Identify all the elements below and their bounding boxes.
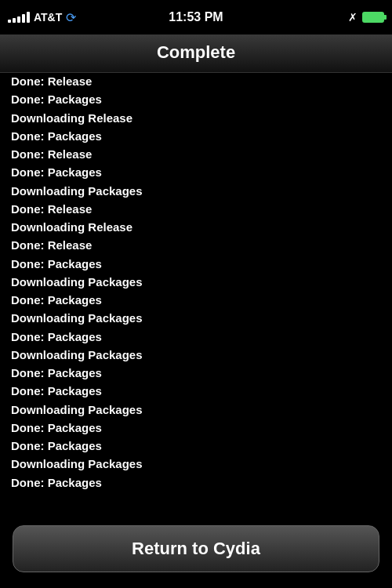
log-line: Downloading Release (11, 109, 381, 127)
log-line: Downloading Packages (11, 273, 381, 291)
log-line: Done: Release (11, 200, 381, 218)
bar-2 (13, 18, 16, 23)
log-line: Done: Packages (11, 437, 381, 455)
log-line: Done: Packages (11, 364, 381, 382)
bar-3 (17, 16, 20, 23)
log-container: Done: ReleaseDone: PackagesDownloading R… (0, 73, 392, 496)
battery-container (362, 12, 384, 23)
log-line: Downloading Packages (11, 309, 381, 327)
page-title: Complete (0, 42, 392, 63)
bar-5 (27, 12, 30, 23)
log-line: Downloading Packages (11, 455, 381, 473)
log-line: Done: Packages (11, 127, 381, 145)
log-line: Done: Packages (11, 328, 381, 346)
log-line: Downloading Packages (11, 346, 381, 364)
battery-icon (362, 12, 384, 23)
status-left: AT&T ⟳ (8, 10, 102, 25)
sync-icon: ⟳ (66, 10, 76, 25)
bar-1 (8, 20, 11, 23)
log-line: Done: Packages (11, 291, 381, 309)
return-to-cydia-button[interactable]: Return to Cydia (13, 525, 379, 572)
log-line: Done: Packages (11, 382, 381, 400)
page-title-bar: Complete (0, 34, 392, 73)
log-line: Downloading Release (11, 218, 381, 236)
time-display: 11:53 PM (169, 10, 223, 24)
signal-bars (8, 12, 30, 23)
log-line: Done: Release (11, 236, 381, 254)
bluetooth-icon: ✗ (348, 11, 358, 24)
log-line: Done: Packages (11, 255, 381, 273)
log-line: Done: Packages (11, 419, 381, 437)
status-right: ✗ (321, 11, 384, 24)
log-line: Done: Release (11, 73, 381, 90)
bar-4 (22, 14, 25, 23)
log-line: Done: Packages (11, 90, 381, 108)
log-line: Done: Packages (11, 474, 381, 492)
carrier-label: AT&T (34, 11, 62, 24)
log-line: Done: Packages (11, 163, 381, 181)
button-area: Return to Cydia (0, 525, 392, 572)
log-line: Done: Release (11, 145, 381, 163)
status-bar: AT&T ⟳ 11:53 PM ✗ (0, 0, 392, 34)
log-line: Downloading Packages (11, 182, 381, 200)
log-line: Downloading Packages (11, 401, 381, 419)
